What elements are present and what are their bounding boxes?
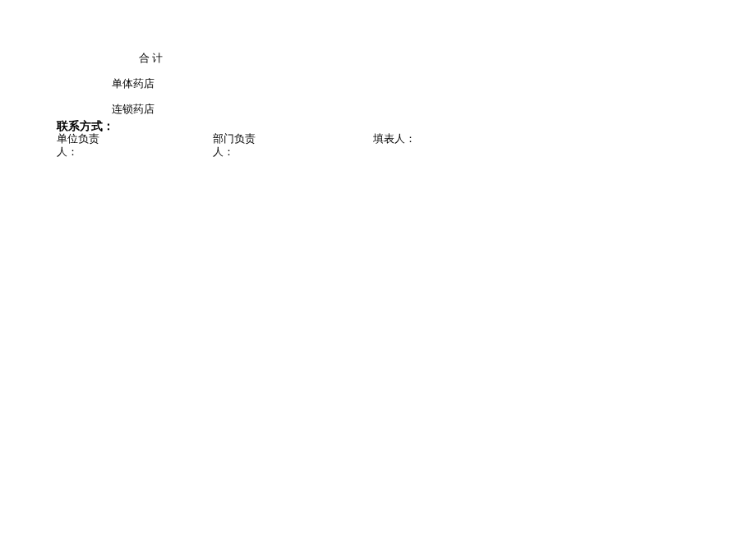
- signature-dept-leader: 部门负责人：: [213, 132, 258, 160]
- document-content: 合 计 单体药店 连锁药店 联系方式： 单位负责人： 部门负责人： 填表人：: [57, 51, 698, 159]
- label-total: 合 计: [139, 51, 163, 66]
- signature-form-filler: 填表人：: [373, 132, 416, 160]
- row-single-pharmacy: 单体药店: [112, 76, 698, 91]
- row-total: 合 计: [139, 51, 698, 66]
- label-chain-pharmacy: 连锁药店: [112, 102, 154, 117]
- row-chain-pharmacy: 连锁药店: [112, 102, 698, 117]
- label-single-pharmacy: 单体药店: [112, 76, 154, 91]
- signatures-row: 单位负责人： 部门负责人： 填表人：: [57, 132, 698, 160]
- signature-unit-leader: 单位负责人：: [57, 132, 102, 160]
